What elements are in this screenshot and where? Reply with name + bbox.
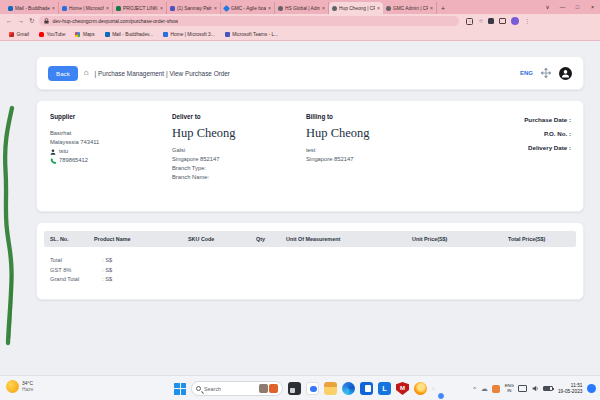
close-tab-icon[interactable]: ×: [214, 5, 217, 11]
clock-widget[interactable]: 11:51 19-05-2023: [558, 383, 583, 394]
bookmark-teams[interactable]: Microsoft Teams - L...: [225, 32, 278, 37]
gst-label: GST 8%: [50, 266, 102, 276]
person-icon: [50, 149, 56, 155]
language-selector[interactable]: ENG: [520, 70, 533, 76]
tab-gmc-agile[interactable]: GMC - Agile boa×: [221, 2, 275, 14]
tab-mail[interactable]: Mail - Buddhade×: [5, 2, 59, 14]
browser-profile-avatar[interactable]: [511, 17, 519, 25]
billing-company-name: Hup Cheong: [306, 126, 471, 141]
back-button[interactable]: Back: [48, 66, 78, 81]
excel-icon: [116, 6, 121, 11]
weather-temp: 34°C: [22, 381, 33, 387]
bookmark-youtube[interactable]: YouTube: [39, 32, 65, 37]
task-view-icon[interactable]: [288, 382, 301, 395]
tab-project-link[interactable]: PROJECT LINKsh×: [113, 2, 167, 14]
user-avatar[interactable]: [559, 67, 572, 80]
bookmark-maps[interactable]: Maps: [75, 32, 94, 37]
browser-tab-strip: Mail - Buddhade× Home | Microsof× PROJEC…: [0, 0, 600, 14]
maximize-button[interactable]: □: [570, 0, 585, 14]
close-tab-icon[interactable]: ×: [322, 5, 325, 11]
blue-app-icon[interactable]: [360, 382, 373, 395]
close-tab-icon[interactable]: ×: [160, 5, 163, 11]
pinned-extension-icon[interactable]: [488, 18, 494, 24]
page-content: Back ⌂ | Purchase Management | View Purc…: [0, 41, 600, 375]
bookmark-label: Microsoft Teams - L...: [232, 32, 278, 37]
items-table-header: SL. No. Product Name SKU Code Qty Unit O…: [44, 231, 576, 247]
tab-hs-global[interactable]: HS Global | Admi×: [275, 2, 329, 14]
file-explorer-icon[interactable]: [324, 382, 337, 395]
share-icon[interactable]: ↑: [466, 18, 473, 25]
order-meta-section: Purchase Date : P.O. No. : Delivery Date…: [471, 113, 571, 201]
browser-menu-icon[interactable]: ⋮: [524, 14, 530, 28]
side-panel-icon[interactable]: [499, 18, 506, 24]
tab-teams-chat[interactable]: (1) Sanmay Palre×: [167, 2, 221, 14]
new-tab-button[interactable]: +: [437, 2, 449, 14]
weather-text: 34°C Haze: [22, 381, 33, 392]
lang-line2: IN: [505, 389, 514, 394]
language-indicator[interactable]: ENG IN: [505, 384, 514, 394]
bookmark-star-icon[interactable]: ☆: [478, 14, 483, 28]
firefox-icon[interactable]: [414, 382, 427, 395]
close-tab-icon[interactable]: ×: [377, 5, 380, 11]
close-tab-icon[interactable]: ×: [52, 5, 55, 11]
bookmark-label: Mail - Buddhadev...: [112, 32, 153, 37]
grand-total-label: Grand Total: [50, 275, 102, 285]
close-window-button[interactable]: ×: [585, 0, 600, 14]
move-resize-icon[interactable]: [541, 68, 551, 78]
bookmark-mail[interactable]: Mail - Buddhadev...: [105, 32, 153, 37]
l-app-icon[interactable]: L: [378, 382, 391, 395]
deliver-branch-name: Branch Name:: [172, 173, 306, 182]
start-button[interactable]: [174, 383, 186, 395]
deliver-to-section: Deliver to Hup Cheong Galsi Singapore 85…: [172, 113, 306, 201]
edge-icon[interactable]: [342, 382, 355, 395]
lock-icon: [44, 18, 49, 24]
breadcrumb-separator: |: [166, 70, 168, 77]
grand-total-row: Grand Total: S$: [50, 275, 576, 285]
tray-chevron-up-icon[interactable]: ^: [473, 386, 476, 392]
total-value: : S$: [102, 256, 112, 266]
billing-line: test: [306, 146, 471, 155]
close-tab-icon[interactable]: ×: [430, 5, 433, 11]
address-bar[interactable]: dev-hup-cheongcrm.devportal.com/purchase…: [39, 16, 459, 26]
onedrive-cloud-icon[interactable]: ☁: [481, 385, 488, 393]
back-nav-icon[interactable]: ←: [6, 14, 13, 28]
minimize-button[interactable]: —: [555, 0, 570, 14]
tab-microsoft-home[interactable]: Home | Microsof×: [59, 2, 113, 14]
tab-search-icon[interactable]: ∨: [540, 0, 555, 14]
tray-date: 19-05-2023: [558, 389, 583, 395]
taskbar-search[interactable]: Search: [191, 381, 283, 396]
system-tray: ^ ☁ ENG IN 11:51 19-05-2023: [473, 379, 596, 398]
column-header-sku-code: SKU Code: [182, 236, 250, 242]
bookmark-microsoft-home[interactable]: Home | Microsoft 3...: [163, 32, 215, 37]
forward-nav-icon[interactable]: →: [18, 14, 25, 28]
youtube-icon: [39, 32, 44, 37]
tray-app-icon[interactable]: [492, 385, 500, 393]
delivery-date-label: Delivery Date :: [471, 141, 571, 155]
active-app-highlight: [432, 387, 435, 390]
chat-icon[interactable]: [306, 382, 319, 395]
bookmark-gmail[interactable]: Gmail: [9, 32, 29, 37]
mcafee-icon[interactable]: M: [396, 382, 409, 395]
weather-widget[interactable]: 34°C Haze: [6, 380, 33, 393]
billing-to-section: Billing to Hup Cheong test Singapore 852…: [306, 113, 471, 201]
cast-screen-icon[interactable]: [518, 385, 527, 392]
close-tab-icon[interactable]: ×: [106, 5, 109, 11]
close-tab-icon[interactable]: ×: [268, 5, 271, 11]
weather-condition: Haze: [22, 387, 33, 393]
toolbar-right-icons: ↑ ☆ ⋮: [466, 14, 529, 28]
purchase-date-label: Purchase Date :: [471, 113, 571, 127]
reload-icon[interactable]: ↻: [29, 14, 34, 28]
volume-icon[interactable]: [532, 385, 539, 392]
tab-gmc-admin[interactable]: GMC Admin | CR×: [383, 2, 437, 14]
battery-icon[interactable]: [543, 386, 553, 392]
phone-icon: [50, 158, 56, 164]
header-right: ENG: [520, 67, 572, 80]
supplier-address: Malaysssia 743411: [50, 138, 172, 147]
globe-icon: [386, 6, 391, 11]
notification-badge[interactable]: [587, 384, 596, 393]
home-icon[interactable]: ⌂: [84, 69, 89, 77]
supplier-phone: 789865412: [59, 156, 88, 165]
maps-icon: [75, 32, 80, 37]
tab-label: PROJECT LINKsh: [123, 6, 158, 11]
tab-hup-cheong-active[interactable]: Hup Cheong | CR×: [329, 2, 383, 14]
